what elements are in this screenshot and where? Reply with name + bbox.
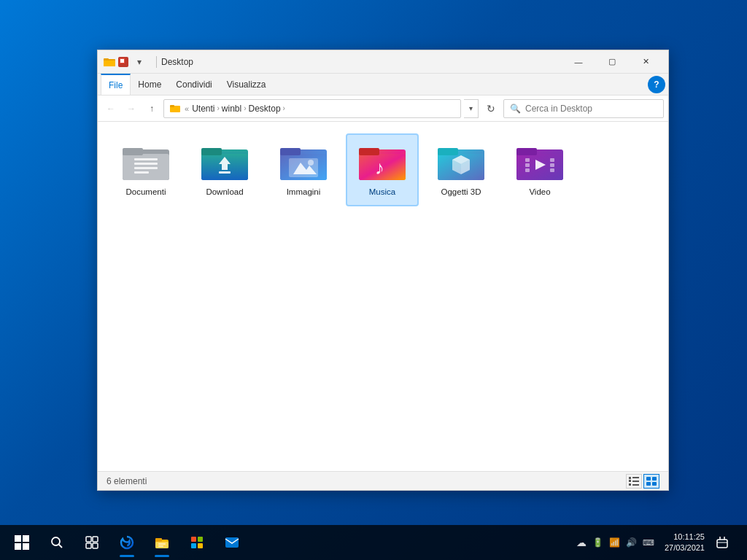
quick-access-dropdown[interactable]: ▾ [131,54,147,70]
notification-icon [716,537,728,548]
folder-oggetti3d[interactable]: Oggetti 3D [425,133,498,206]
folder-immagini[interactable]: Immagini [267,133,340,206]
search-icon: 🔍 [510,104,521,114]
folder-immagini-label: Immagini [287,187,321,198]
explorer-window: ▾ Desktop — ▢ ✕ File Home Condividi Visu… [97,50,669,491]
svg-rect-61 [86,543,91,548]
svg-rect-43 [550,158,554,162]
store-icon [190,535,204,550]
folder-download-label: Download [206,187,243,198]
folder-musica-label: Musica [369,187,395,198]
view-details-icon [629,477,639,486]
svg-rect-19 [219,171,231,174]
window-controls: — ▢ ✕ [562,50,662,74]
folder-musica[interactable]: ♪ Musica [346,133,419,206]
folder-download-icon-wrap [198,141,251,184]
clock-date: 27/03/2021 [665,542,705,553]
clock-time: 10:11:25 [673,532,705,542]
content-area: Documenti [98,122,668,471]
tab-condividi[interactable]: Condividi [169,74,219,95]
maximize-button[interactable]: ▢ [595,50,629,74]
immagini-icon [279,142,328,183]
svg-rect-52 [632,484,639,486]
taskview-button[interactable] [76,526,108,559]
svg-rect-53 [646,477,651,481]
svg-rect-67 [158,545,163,547]
notification-button[interactable] [709,529,735,556]
folder-video[interactable]: Video [503,133,576,206]
tab-visualizza[interactable]: Visualizza [220,74,274,95]
battery-icon[interactable]: 🔋 [592,537,603,548]
network-icon[interactable]: 📶 [609,537,620,548]
search-input[interactable] [525,104,657,114]
svg-rect-54 [652,477,657,481]
svg-rect-32 [438,148,458,155]
svg-rect-17 [201,148,222,155]
mail-button[interactable] [216,526,248,559]
start-button[interactable] [6,526,38,559]
title-bar: ▾ Desktop — ▢ ✕ [98,50,668,74]
folder-download[interactable]: Download [188,133,261,206]
svg-rect-1 [104,61,115,66]
system-clock[interactable]: 10:11:25 27/03/2021 [665,532,705,554]
volume-icon[interactable]: 🔊 [626,537,637,548]
svg-rect-70 [191,543,196,548]
svg-rect-69 [198,537,203,542]
svg-rect-40 [525,158,530,162]
tray-icons: ☁ 🔋 📶 🔊 ⌨ [576,537,654,548]
oggetti3d-icon [436,142,486,183]
nav-forward-button[interactable]: → [123,100,140,117]
tab-home[interactable]: Home [131,74,169,95]
title-bar-icons: ▾ [104,54,147,70]
search-box[interactable]: 🔍 [503,99,664,118]
taskbar-search-icon [50,536,63,549]
svg-rect-71 [198,543,203,548]
svg-rect-62 [93,543,98,548]
address-dropdown-button[interactable]: ▾ [464,99,479,118]
close-button[interactable]: ✕ [629,50,662,74]
store-button[interactable] [181,526,213,559]
svg-rect-5 [120,59,124,63]
help-button[interactable]: ? [648,76,665,93]
svg-rect-56 [652,482,657,486]
address-folder-icon [170,104,180,113]
folder-documenti[interactable]: Documenti [109,133,182,206]
svg-rect-14 [134,171,149,174]
nav-up-button[interactable]: ↑ [143,100,160,117]
svg-rect-64 [155,542,169,548]
quick-access-toolbar: ▾ [131,54,147,70]
folder-grid: Documenti [109,133,657,206]
address-refresh-button[interactable]: ↻ [481,99,500,118]
documenti-icon [121,142,171,183]
view-details-button[interactable] [626,474,642,489]
explorer-button[interactable] [146,526,178,559]
address-path[interactable]: « Utenti › winbl › Desktop › [163,99,461,118]
path-utenti[interactable]: Utenti [192,104,214,114]
svg-rect-41 [525,163,530,167]
edge-button[interactable] [111,526,143,559]
svg-rect-7 [170,105,174,107]
svg-rect-66 [158,543,166,545]
svg-rect-48 [632,477,639,478]
nav-back-button[interactable]: ← [102,100,120,117]
tab-file[interactable]: File [101,74,131,95]
svg-rect-51 [629,483,631,486]
onedrive-icon[interactable]: ☁ [576,537,587,548]
path-desktop[interactable]: Desktop [249,104,281,114]
svg-rect-60 [93,537,98,542]
svg-rect-2 [104,58,109,61]
taskbar-search-button[interactable] [41,526,73,559]
mail-icon [225,536,239,549]
view-icons-button[interactable] [643,474,659,489]
path-winbl[interactable]: winbl [222,104,241,114]
folder-documenti-icon-wrap [120,141,172,184]
musica-icon: ♪ [357,142,407,183]
view-icons-icon [646,477,657,486]
svg-rect-28 [359,148,379,155]
svg-rect-10 [123,148,143,155]
svg-rect-13 [134,167,158,169]
keyboard-icon[interactable]: ⌨ [643,538,654,548]
window-title: Desktop [161,57,562,67]
minimize-button[interactable]: — [562,50,595,74]
download-icon [200,142,249,183]
